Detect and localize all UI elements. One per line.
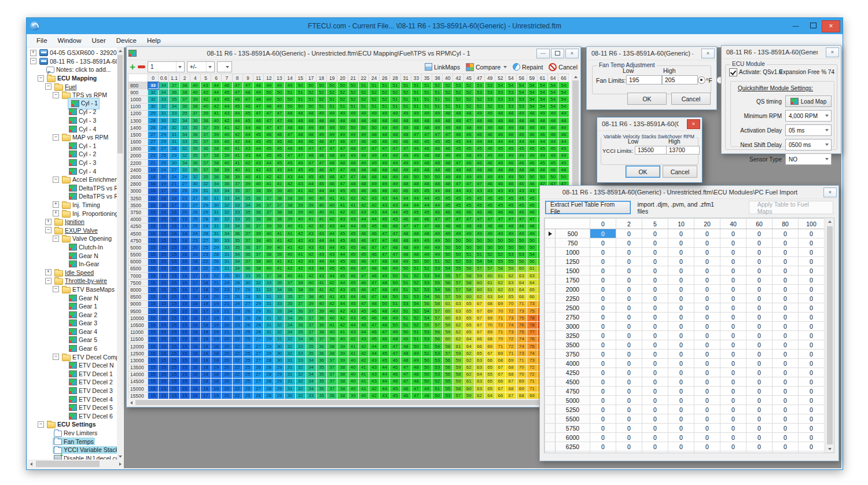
fuel-map-cell[interactable]: 16 (179, 286, 190, 293)
import-grid-cell[interactable]: 0 (773, 377, 799, 387)
import-grid-cell[interactable]: 0 (773, 451, 799, 454)
tree-item-notes-click-to-add[interactable]: Notes: click to add... (28, 65, 117, 74)
fuel-map-cell[interactable]: 28 (200, 216, 211, 223)
fuel-map-cell[interactable]: 15 (169, 251, 179, 258)
fuel-map-cell[interactable]: 50 (548, 174, 558, 181)
import-grid-cell[interactable]: 0 (746, 248, 773, 257)
fuel-map-cell[interactable]: 44 (380, 209, 390, 216)
fuel-map-cell[interactable]: 69 (527, 392, 537, 399)
fuel-map-cell[interactable]: 36 (190, 131, 200, 138)
fuel-map-cell[interactable]: 47 (411, 223, 421, 230)
import-grid-cell[interactable]: 0 (799, 266, 825, 275)
fuel-map-cell[interactable]: 46 (474, 209, 484, 216)
fuel-map-cell[interactable]: 44 (495, 138, 506, 145)
fuel-map-cell[interactable]: 67 (474, 322, 484, 329)
fuel-map-cell[interactable]: 59 (453, 293, 464, 300)
tree-expander-icon[interactable]: − (45, 278, 52, 284)
fuel-map-cell[interactable]: 42 (327, 286, 337, 293)
fuel-map-cell[interactable]: 17 (190, 273, 200, 280)
import-grid-cell[interactable]: 0 (694, 424, 720, 433)
fuel-map-cell[interactable]: 21 (222, 300, 232, 307)
fuel-map-cell[interactable]: 68 (506, 385, 516, 392)
fuel-map-cell[interactable]: 30 (274, 357, 285, 364)
fuel-map-cell[interactable]: 46 (348, 258, 358, 265)
fuel-map-cell[interactable]: 59 (453, 350, 464, 357)
fuel-map-cell[interactable]: 44 (348, 322, 358, 329)
fuel-map-cell[interactable]: 50 (453, 237, 464, 244)
import-grid-cell[interactable]: 0 (668, 313, 694, 322)
tree-expander-icon[interactable]: − (53, 354, 59, 360)
fuel-map-cell[interactable]: 40 (337, 336, 348, 343)
tree-item-ycci-variable-stacks[interactable]: YCCI Variable Stacks (28, 446, 117, 454)
fuel-map-cell[interactable]: 50 (264, 89, 274, 96)
fuel-map-cell[interactable]: 23 (200, 251, 211, 258)
fuel-map-cell[interactable]: 15 (169, 371, 179, 378)
fuel-map-cell[interactable]: 54 (527, 103, 537, 110)
fuel-map-cell[interactable]: 49 (411, 167, 421, 174)
fuel-map-cell[interactable]: 47 (358, 300, 369, 307)
fuel-map-cell[interactable]: 49 (443, 230, 453, 237)
fuel-map-cell[interactable]: 72 (527, 371, 537, 378)
fuel-map-cell[interactable]: 48 (358, 167, 369, 174)
import-grid-cell[interactable]: 0 (590, 229, 616, 238)
import-grid-cell[interactable]: 0 (616, 424, 642, 433)
fuel-map-cell[interactable]: 16 (169, 230, 179, 237)
fuel-map-cell[interactable]: 47 (474, 216, 484, 223)
import-grid-cell[interactable]: 0 (616, 340, 642, 350)
import-grid-cell[interactable]: 0 (694, 350, 720, 359)
tree-expander-icon[interactable]: + (53, 210, 59, 216)
fuel-map-cell[interactable]: 43 (348, 216, 358, 223)
fuel-map-cell[interactable]: 29 (274, 364, 285, 371)
fuel-map-cell[interactable]: 15 (159, 378, 169, 385)
fuel-map-cell[interactable]: 16 (159, 209, 169, 216)
fuel-map-cell[interactable]: 55 (421, 322, 432, 329)
fuel-map-cell[interactable]: 48 (506, 117, 516, 124)
fuel-map-cell[interactable]: 26 (242, 315, 253, 322)
fuel-map-cell[interactable]: 20 (179, 209, 190, 216)
fuel-map-cell[interactable]: 24 (190, 230, 200, 237)
fuel-map-cell[interactable]: 52 (443, 82, 453, 89)
fuel-map-cell[interactable]: 75 (527, 308, 537, 315)
fuel-map-cell[interactable]: 42 (369, 385, 379, 392)
fuel-map-cell[interactable]: 49 (400, 167, 411, 174)
fuel-map-cell[interactable]: 22 (232, 378, 242, 385)
fuel-map-cell[interactable]: 28 (200, 230, 211, 237)
fuel-map-cell[interactable]: 51 (432, 258, 443, 265)
fuel-map-cell[interactable]: 53 (474, 89, 484, 96)
fuel-map-cell[interactable]: 38 (285, 195, 295, 202)
fuel-map-cell[interactable]: 47 (380, 145, 390, 152)
fuel-map-cell[interactable]: 28 (211, 251, 222, 258)
fuel-map-cell[interactable]: 18 (211, 378, 222, 385)
fuel-map-cell[interactable]: 29 (274, 371, 285, 378)
fuel-map-cell[interactable]: 45 (516, 202, 527, 209)
fuel-map-cell[interactable]: 34 (232, 251, 242, 258)
tree-expander-icon[interactable]: + (45, 219, 52, 225)
fuel-map-cell[interactable]: 49 (369, 110, 379, 117)
fuel-map-cell[interactable]: 45 (306, 167, 316, 174)
fuel-map-cell[interactable]: 69 (495, 300, 506, 307)
fuel-map-cell[interactable]: 29 (253, 300, 263, 307)
fuel-map-cell[interactable]: 49 (558, 152, 569, 159)
fuel-map-cell[interactable]: 51 (411, 103, 421, 110)
fuel-map-cell[interactable]: 43 (485, 188, 495, 194)
import-grid-cell[interactable]: 0 (746, 433, 773, 442)
fuel-map-cell[interactable]: 51 (411, 82, 421, 89)
fuel-map-cell[interactable]: 45 (411, 209, 421, 216)
fuel-map-cell[interactable]: 36 (317, 343, 327, 350)
import-grid-cell[interactable]: 0 (746, 414, 773, 424)
fuel-map-cell[interactable]: 45 (390, 216, 400, 223)
fuel-map-cell[interactable]: 68 (485, 336, 495, 343)
fuel-map-cell[interactable]: 39 (190, 96, 200, 103)
fuel-map-cell[interactable]: 48 (537, 117, 547, 124)
fuel-map-cell[interactable]: 46 (358, 244, 369, 251)
import-grid-cell[interactable]: 0 (694, 303, 720, 313)
import-grid-cell[interactable]: 0 (720, 313, 746, 322)
fuel-map-cell[interactable]: 47 (358, 265, 369, 272)
import-grid-cell[interactable]: 0 (668, 275, 694, 285)
fuel-map-cell[interactable]: 15 (179, 385, 190, 392)
fuel-map-cell[interactable]: 15 (159, 350, 169, 357)
fuel-map-cell[interactable]: 44 (369, 343, 379, 350)
import-grid-cell[interactable]: 0 (616, 387, 642, 396)
import-grid-cell[interactable]: 0 (694, 229, 720, 238)
fuel-map-cell[interactable]: 48 (253, 82, 263, 89)
